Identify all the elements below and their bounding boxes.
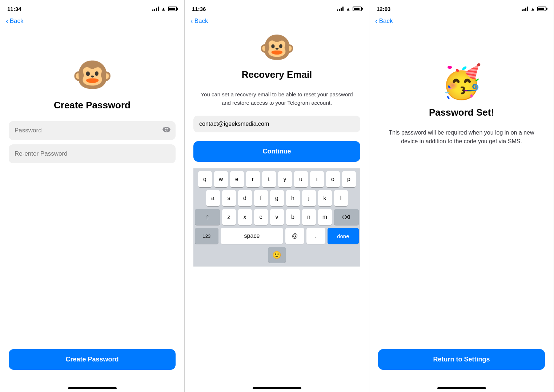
back-button-2[interactable]: ‹ Back <box>190 17 363 25</box>
key-h[interactable]: h <box>286 190 300 206</box>
key-u[interactable]: u <box>294 171 308 187</box>
key-shift[interactable]: ⇧ <box>195 209 220 225</box>
monkey-emoji-2: 🐵 <box>259 33 295 62</box>
back-chevron-1: ‹ <box>6 17 8 24</box>
wifi-icon-3: ▲ <box>530 6 535 12</box>
create-password-button[interactable]: Create Password <box>9 349 176 370</box>
key-b[interactable]: b <box>286 209 300 225</box>
password-field-container[interactable] <box>9 121 176 140</box>
nav-bar-3: ‹ Back <box>369 16 554 29</box>
key-dot[interactable]: . <box>306 228 325 244</box>
signal-icon-3 <box>522 7 528 11</box>
wifi-icon-2: ▲ <box>346 6 350 12</box>
key-c[interactable]: c <box>254 209 268 225</box>
status-bar-1: 11:34 ▲ <box>0 0 184 16</box>
key-o[interactable]: o <box>326 171 340 187</box>
key-x[interactable]: x <box>238 209 252 225</box>
signal-icon-2 <box>337 7 344 11</box>
home-indicator-3 <box>437 387 486 389</box>
home-indicator-2 <box>253 387 301 389</box>
key-v[interactable]: v <box>270 209 284 225</box>
key-y[interactable]: y <box>278 171 292 187</box>
back-button-1[interactable]: ‹ Back <box>6 17 178 25</box>
key-n[interactable]: n <box>302 209 316 225</box>
nav-bar-2: ‹ Back <box>185 16 369 29</box>
screen2-content: 🐵 Recovery Email You can set a recovery … <box>185 29 369 384</box>
key-j[interactable]: j <box>302 190 316 206</box>
key-123[interactable]: 123 <box>195 228 218 244</box>
keyboard-row-3: ⇧ z x c v b n m ⌫ <box>195 209 359 225</box>
reenter-password-field-container[interactable] <box>9 144 176 163</box>
back-label-3: Back <box>379 17 393 25</box>
key-m[interactable]: m <box>318 209 332 225</box>
keyboard-row-2: a s d f g h j k l <box>195 190 359 206</box>
home-indicator-1 <box>68 387 117 389</box>
status-icons-3: ▲ <box>522 6 546 12</box>
key-done[interactable]: done <box>328 228 359 244</box>
signal-icon-1 <box>152 7 159 11</box>
screen-password-set: 12:03 ▲ ‹ Back 🥳 Password Set! This pass… <box>369 0 554 392</box>
password-set-description: This password will be required when you … <box>378 128 545 146</box>
time-3: 12:03 <box>377 6 390 12</box>
back-chevron-2: ‹ <box>190 17 193 24</box>
password-set-title: Password Set! <box>429 107 494 118</box>
screen-create-password: 11:34 ▲ ‹ Back 🐵 Create Password <box>0 0 185 392</box>
keyboard-row-1: q w e r t y u i o p <box>195 171 359 187</box>
key-l[interactable]: l <box>334 190 348 206</box>
time-1: 11:34 <box>7 6 21 12</box>
return-to-settings-button[interactable]: Return to Settings <box>378 349 545 370</box>
back-button-3[interactable]: ‹ Back <box>375 17 548 25</box>
reenter-password-input[interactable] <box>15 150 170 157</box>
email-input[interactable] <box>199 121 354 127</box>
key-w[interactable]: w <box>214 171 228 187</box>
back-label-2: Back <box>194 17 208 25</box>
recovery-email-title: Recovery Email <box>242 69 312 80</box>
nav-bar-1: ‹ Back <box>0 16 184 29</box>
key-r[interactable]: r <box>246 171 260 187</box>
back-chevron-3: ‹ <box>375 17 378 24</box>
key-p[interactable]: p <box>342 171 356 187</box>
time-2: 11:36 <box>192 6 206 12</box>
key-i[interactable]: i <box>310 171 324 187</box>
key-emoji[interactable]: 🙂 <box>268 247 286 263</box>
party-emoji: 🥳 <box>441 65 482 98</box>
continue-button[interactable]: Continue <box>193 141 360 162</box>
status-icons-1: ▲ <box>152 6 177 12</box>
key-g[interactable]: g <box>270 190 284 206</box>
key-backspace[interactable]: ⌫ <box>334 209 359 225</box>
screen-recovery-email: 11:36 ▲ ‹ Back 🐵 Recovery Email You can … <box>185 0 369 392</box>
key-t[interactable]: t <box>262 171 276 187</box>
status-icons-2: ▲ <box>337 6 362 12</box>
key-s[interactable]: s <box>222 190 236 206</box>
battery-icon-2 <box>353 7 362 11</box>
status-bar-3: 12:03 ▲ <box>369 0 554 16</box>
screen3-content: 🥳 Password Set! This password will be re… <box>369 29 554 384</box>
password-input[interactable] <box>15 127 170 134</box>
key-q[interactable]: q <box>198 171 212 187</box>
screen1-content: 🐵 Create Password Create Password <box>0 29 184 384</box>
email-input-container[interactable] <box>193 116 360 132</box>
back-label-1: Back <box>10 17 24 25</box>
key-at[interactable]: @ <box>285 228 304 244</box>
eye-icon[interactable] <box>162 127 170 135</box>
key-z[interactable]: z <box>222 209 236 225</box>
wifi-icon-1: ▲ <box>161 6 166 12</box>
recovery-email-description: You can set a recovery email to be able … <box>193 91 360 107</box>
monkey-emoji-1: 🐵 <box>72 58 113 91</box>
create-password-title: Create Password <box>54 100 131 111</box>
keyboard: q w e r t y u i o p a s d f g h j k l <box>193 168 360 267</box>
key-space[interactable]: space <box>221 228 284 244</box>
key-a[interactable]: a <box>206 190 220 206</box>
status-bar-2: 11:36 ▲ <box>185 0 369 16</box>
key-k[interactable]: k <box>318 190 332 206</box>
battery-icon-1 <box>168 7 177 11</box>
key-e[interactable]: e <box>230 171 244 187</box>
keyboard-row-4: 123 space @ . done <box>195 228 359 244</box>
key-d[interactable]: d <box>238 190 252 206</box>
key-f[interactable]: f <box>254 190 268 206</box>
battery-icon-3 <box>537 7 546 11</box>
